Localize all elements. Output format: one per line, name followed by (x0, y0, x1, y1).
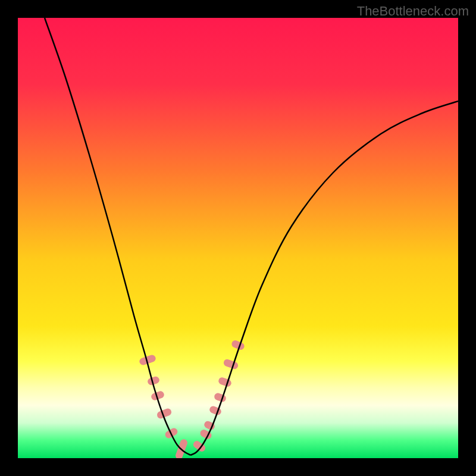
svg-rect-13 (223, 358, 239, 370)
curve-right-branch (190, 101, 458, 455)
curve-layer (18, 18, 458, 458)
watermark-text: TheBottleneck.com (357, 4, 469, 19)
svg-rect-6 (174, 439, 188, 458)
svg-rect-11 (214, 392, 227, 403)
plot-area (18, 18, 458, 458)
svg-rect-12 (218, 377, 233, 388)
curve-left-branch (45, 18, 190, 455)
data-dots (139, 339, 246, 458)
